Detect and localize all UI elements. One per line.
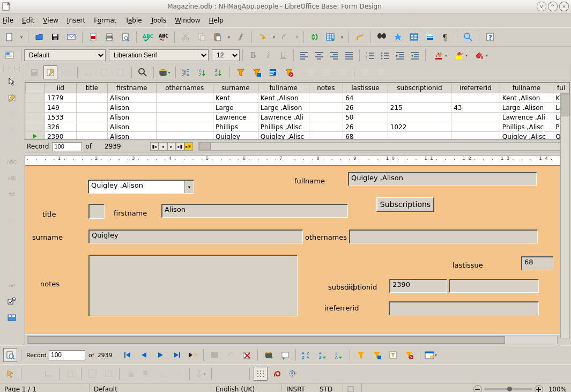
align-hc-button[interactable]: [101, 367, 115, 381]
wrap-button[interactable]: [63, 367, 77, 381]
grid-next-button[interactable]: ▸: [167, 142, 176, 151]
bold-button[interactable]: B: [246, 48, 260, 62]
decrease-indent-button[interactable]: [393, 48, 407, 62]
close-button[interactable]: ×: [559, 2, 569, 11]
grid-last-button[interactable]: ▸▮: [176, 142, 184, 151]
ireferrerid-field[interactable]: [389, 301, 539, 315]
nav-record-pos[interactable]: [49, 350, 85, 360]
align-right-button[interactable]: [327, 48, 341, 62]
iid-field[interactable]: 2390: [389, 279, 447, 293]
save-record-button[interactable]: [27, 65, 41, 79]
data-grid[interactable]: iidtitlefirstnameothernamessurnamefullna…: [25, 82, 570, 140]
bullet-list-button[interactable]: [378, 48, 392, 62]
status-style[interactable]: Default: [89, 383, 211, 392]
label-tool[interactable]: An: [5, 279, 18, 292]
nonprinting-button[interactable]: ¶: [439, 30, 453, 44]
lastissue-field[interactable]: 68: [521, 256, 553, 270]
minimize-button[interactable]: v: [537, 2, 546, 11]
othernames-field[interactable]: [349, 230, 538, 243]
paste-button[interactable]: [211, 30, 232, 44]
grid-header-row[interactable]: iidtitlefirstnameothernamessurnamefullna…: [26, 83, 569, 93]
group-button[interactable]: [216, 367, 229, 381]
mailmerge-button[interactable]: [336, 65, 350, 79]
zoom-in-button[interactable]: +: [535, 385, 543, 392]
paragraph-style-select[interactable]: Default: [24, 49, 106, 61]
styles-button[interactable]: [3, 48, 17, 62]
nav-removefilter-button[interactable]: [402, 348, 416, 362]
anchor-button1[interactable]: [25, 367, 39, 381]
nav-applyfilter-button[interactable]: [370, 348, 384, 362]
filter-sort-button[interactable]: [266, 65, 280, 79]
fullname-field[interactable]: Quigley ,Alison: [348, 172, 537, 186]
nav-sort-desc-button[interactable]: ZA: [332, 348, 346, 362]
form-hscroll[interactable]: [27, 336, 558, 344]
number-list-button[interactable]: 123: [363, 48, 377, 62]
nav-next-button[interactable]: [153, 348, 167, 362]
zoom-value[interactable]: 100%: [548, 386, 567, 392]
underline-button[interactable]: U: [276, 48, 290, 62]
table-row[interactable]: 326AlisonPhillipsPhillips ,Alisc261022Ph…: [26, 122, 569, 132]
autospell-button[interactable]: ABC: [157, 30, 170, 44]
subscriptionid-field[interactable]: [449, 279, 539, 293]
status-insrt[interactable]: INSRT: [281, 383, 315, 392]
design-mode-button[interactable]: [5, 91, 18, 104]
edit-data-button[interactable]: [43, 65, 57, 79]
checkbox-tool[interactable]: [5, 139, 18, 152]
menu-tools[interactable]: Tools: [151, 17, 167, 24]
new-doc-button[interactable]: [3, 30, 24, 44]
grid-hscroll[interactable]: [198, 142, 567, 151]
sort-desc-button[interactable]: ZA: [212, 65, 226, 79]
undo-data-button[interactable]: [60, 65, 73, 79]
zoom-button[interactable]: [461, 30, 475, 44]
menu-file[interactable]: File: [3, 17, 13, 24]
more-tools[interactable]: %f: [5, 188, 18, 201]
cut-button[interactable]: [179, 30, 192, 44]
explorer-button[interactable]: [374, 65, 388, 79]
grid-prev-button[interactable]: ◂: [159, 142, 167, 151]
maximize-button[interactable]: ^: [548, 2, 558, 11]
font-color-button[interactable]: A: [429, 48, 448, 62]
guides-button[interactable]: [286, 367, 300, 381]
nav-first-button[interactable]: [121, 348, 135, 362]
nav-undo-button[interactable]: [224, 348, 238, 362]
nav-delete-button[interactable]: [240, 348, 254, 362]
menu-table[interactable]: Table: [125, 17, 142, 24]
option-button-tool[interactable]: [5, 231, 18, 243]
font-size-select[interactable]: 12: [212, 49, 240, 61]
firstname-field[interactable]: Alison: [161, 204, 348, 218]
table-row[interactable]: 149AlisonLargeLarge ,Alison2621543Large …: [26, 103, 569, 113]
design-pointer-tool[interactable]: [3, 367, 17, 381]
grid-new-button[interactable]: ▸✳: [184, 142, 193, 151]
menu-view[interactable]: View: [43, 17, 58, 24]
nav-sort-asc-button[interactable]: AZ: [316, 348, 330, 362]
form-button[interactable]: [5, 123, 18, 136]
print-button[interactable]: [102, 30, 116, 44]
surname-field[interactable]: Quigley: [88, 230, 303, 243]
data-to-text-button[interactable]: [304, 65, 318, 79]
menu-insert[interactable]: Insert: [67, 17, 85, 24]
fullname-combo[interactable]: Quigley ,Alison▾: [88, 180, 194, 194]
highlight-button[interactable]: abc: [449, 48, 469, 62]
status-lang[interactable]: English (UK): [211, 383, 281, 392]
more-controls-2[interactable]: [5, 311, 18, 324]
menu-help[interactable]: Help: [209, 17, 224, 24]
pdf-export-button[interactable]: [86, 30, 100, 44]
nav-new-button[interactable]: ✳: [186, 348, 199, 362]
data-to-fields-button[interactable]: [320, 65, 334, 79]
align-hl-button[interactable]: [85, 367, 99, 381]
autofilter-button[interactable]: [234, 65, 248, 79]
refresh-button[interactable]: ▾: [158, 65, 172, 79]
sort-button[interactable]: AZZA: [180, 65, 194, 79]
table-button[interactable]: [324, 30, 345, 44]
subscriptions-button[interactable]: Subscriptions: [376, 197, 434, 212]
find-record-btn2[interactable]: [3, 348, 17, 362]
undo-button[interactable]: [256, 30, 277, 44]
nav-autofilter-button[interactable]: [354, 348, 368, 362]
align-left-button[interactable]: [297, 48, 311, 62]
remove-filter-button[interactable]: [282, 65, 296, 79]
copy-button[interactable]: [195, 30, 209, 44]
combo-tool[interactable]: [5, 263, 18, 276]
form-vscroll[interactable]: [560, 93, 570, 338]
datasources-button[interactable]: [423, 30, 437, 44]
nav-last-button[interactable]: [169, 348, 183, 362]
